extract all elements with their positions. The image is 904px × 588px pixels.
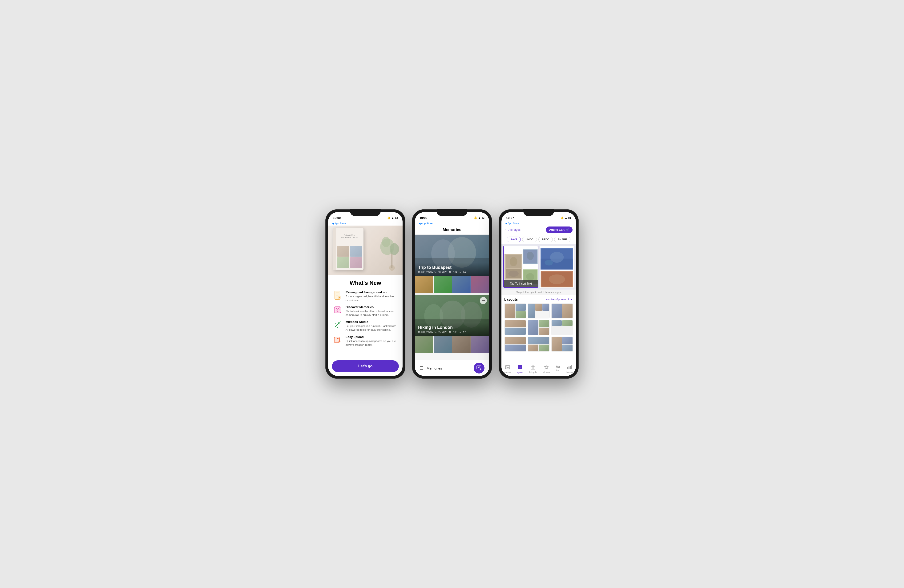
feature-memories-text: Discover Memories Photo book worthy albu…	[346, 305, 398, 317]
wifi-icon-1: ▲	[392, 216, 394, 219]
layout-thumb-8[interactable]	[528, 337, 550, 352]
star-icon-2: ★	[459, 331, 461, 334]
canvas-page-right[interactable]	[540, 246, 574, 288]
layout-thumb-2[interactable]	[528, 303, 550, 318]
redo-button[interactable]: REDO	[538, 236, 553, 242]
more-button-2[interactable]: •••	[480, 297, 487, 304]
memory-card-1[interactable]: Trip to Budapest Oct 05, 2023 - Oct 08, …	[415, 235, 489, 293]
tab-bar: photos layouts	[501, 363, 576, 376]
thumb-2-2	[434, 336, 452, 353]
tab-text[interactable]: Aa text	[556, 365, 560, 374]
status-time-3: 10:07	[506, 216, 514, 220]
memory-overlay-1: Trip to Budapest Oct 05, 2023 - Oct 08, …	[415, 263, 489, 276]
themes-tab-icon	[567, 365, 572, 370]
back-button[interactable]: ← All Pages	[505, 228, 520, 232]
layout-thumb-5[interactable]	[528, 320, 550, 335]
thumb-1-1	[415, 276, 433, 293]
memory-title-1: Trip to Budapest	[418, 265, 486, 270]
right-page-photo-2	[541, 271, 573, 287]
layout-thumb-7[interactable]	[504, 337, 526, 352]
svg-rect-57	[506, 366, 510, 369]
book-photo-3	[337, 257, 349, 268]
app-store-bar-1[interactable]: ◀ App Store	[328, 222, 403, 225]
feature-studio-title: Mixbook Studio	[346, 320, 398, 324]
book-photo-2	[350, 246, 362, 257]
svg-rect-61	[518, 367, 520, 369]
layouts-filter[interactable]: Number of photos 2 ▼	[546, 298, 573, 301]
save-button[interactable]: SAVE	[507, 236, 521, 242]
star-count-1: 24	[463, 271, 466, 274]
memories-title: Memories	[419, 227, 485, 232]
svg-point-34	[478, 367, 480, 368]
layout-cell-6-1	[552, 320, 562, 326]
phone-3: 10:07 🔔 ▲ 81 ◀ App Store ← All Pages	[499, 209, 578, 379]
layout-thumb-9[interactable]	[551, 337, 573, 352]
backgrounds-tab-icon	[531, 365, 535, 370]
layouts-grid	[504, 303, 573, 352]
layout-cell-2-2	[535, 304, 542, 311]
star-count-2: 17	[463, 331, 466, 334]
layout-cell-5-1	[539, 320, 549, 327]
layout-thumb-3[interactable]	[551, 303, 573, 318]
tab-layouts[interactable]: layouts	[517, 365, 523, 374]
layouts-title: Layouts	[504, 297, 518, 301]
tab-backgrounds[interactable]: bckgrds	[529, 365, 537, 374]
hero-book-spine	[333, 228, 336, 270]
cart-icon: 🛒	[566, 228, 569, 232]
app-store-back-1[interactable]: ◀ App Store	[332, 222, 346, 225]
memory-meta-2: Oct 01, 2023 - Oct 05, 2023 🖼 108 ★ 17	[418, 331, 486, 334]
app-store-back-2[interactable]: ◀ App Store	[419, 222, 433, 225]
canvas-page-left[interactable]: Tap To Insert Text	[503, 246, 538, 288]
memories-scroll[interactable]: Trip to Budapest Oct 05, 2023 - Oct 08, …	[415, 235, 489, 360]
stickers-tab-icon	[544, 365, 548, 370]
upload-icon	[333, 335, 342, 345]
layout-thumb-1[interactable]	[504, 303, 526, 318]
filter-dropdown-icon[interactable]: ▼	[571, 298, 573, 301]
phone-1: 10:00 🔔 ▲ 83 ◀ App Store Ryland Oliv	[326, 209, 405, 379]
layout-cell-2-text	[535, 311, 549, 318]
feature-studio-desc: Let your imagination run wild. Packed wi…	[346, 324, 398, 332]
layout-cell-3-1	[552, 304, 562, 318]
layout-cell-7-2	[505, 345, 526, 352]
wifi-icon-3: ▲	[565, 216, 567, 219]
app-store-bar-3[interactable]: ◀ App Store	[501, 222, 576, 225]
phone1-hero: Ryland OliverYOUR FIRST YEAR	[328, 225, 403, 275]
wifi-bars-2: ▲	[478, 216, 481, 219]
menu-icon[interactable]: ☰	[419, 366, 423, 370]
memories-header: Memories	[415, 225, 489, 235]
left-page-photo-2	[523, 247, 538, 266]
share-button[interactable]: SHARE	[554, 236, 571, 242]
tab-themes[interactable]: themes	[566, 365, 573, 374]
tab-stickers[interactable]: stickers	[543, 365, 550, 374]
back-arrow-icon: ←	[505, 228, 507, 232]
battery-3: 81	[568, 216, 571, 219]
add-to-cart-button[interactable]: Add to Cart 🛒	[546, 227, 572, 233]
layout-thumb-6[interactable]	[551, 320, 573, 335]
photo-count-2: 108	[453, 331, 457, 334]
undo-button[interactable]: UNDO	[522, 236, 537, 242]
thumb-2-4	[471, 336, 490, 353]
tap-to-insert-text[interactable]: Tap To Insert Text	[510, 282, 532, 285]
reimagined-icon	[333, 290, 342, 300]
bottom-bar-left: ☰ Memories	[419, 366, 442, 370]
hero-book: Ryland OliverYOUR FIRST YEAR	[333, 228, 363, 270]
add-to-cart-label: Add to Cart	[549, 228, 564, 232]
memory-card-2[interactable]: ••• Hiking in London Oct 01, 2023 - Oct …	[415, 295, 489, 353]
svg-rect-62	[520, 367, 522, 369]
app-store-bar-2[interactable]: ◀ App Store	[415, 222, 489, 225]
phone-notch-3	[523, 209, 554, 216]
status-icons-1: 🔔 ▲ 83	[387, 216, 398, 219]
layout-cell-1-3	[515, 311, 526, 318]
fab-button[interactable]	[474, 363, 485, 374]
all-pages-label[interactable]: All Pages	[509, 228, 520, 232]
layout-cell-8-1	[528, 337, 549, 344]
lets-go-button[interactable]: Let's go	[332, 360, 399, 372]
thumb-2-3	[452, 336, 471, 353]
text-insert-bar[interactable]: Tap To Insert Text	[504, 280, 538, 287]
swipe-hint: Swipe left or right to switch between pa…	[501, 290, 576, 295]
feature-reimagined-text: Reimagined from ground up A more organiz…	[346, 290, 398, 302]
svg-text:✦: ✦	[337, 327, 338, 328]
layout-thumb-4[interactable]	[504, 320, 526, 335]
app-store-back-3[interactable]: ◀ App Store	[505, 222, 519, 225]
tab-photos[interactable]: photos	[504, 365, 511, 374]
